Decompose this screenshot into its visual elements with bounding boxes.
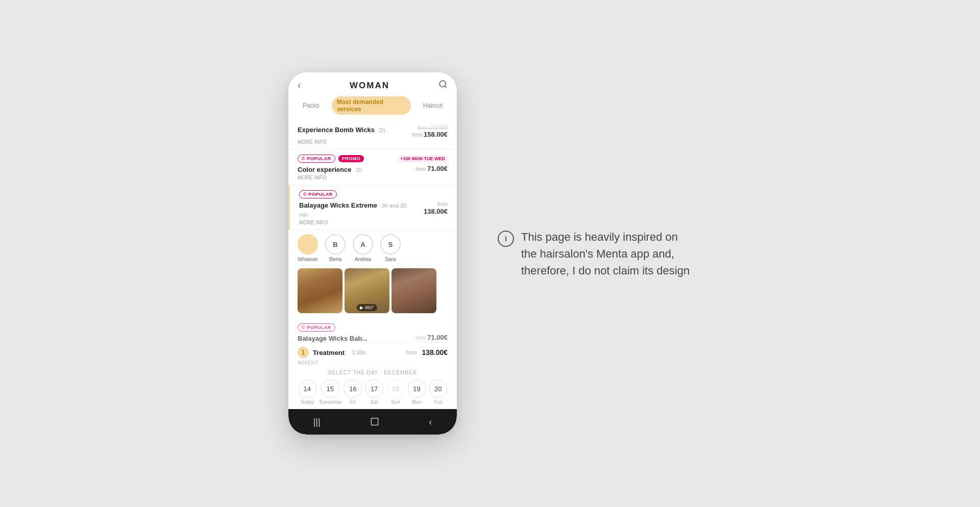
cal-day-name-19: Mon — [412, 399, 422, 405]
cal-day-15[interactable]: 15 Tomorrow — [319, 379, 341, 405]
scroll-area[interactable]: Experience Bomb Wicks 2h from 172.00€ fr… — [288, 120, 457, 342]
cal-day-name-17: Sat — [371, 399, 378, 405]
cal-day-num-16: 16 — [344, 379, 362, 398]
stylist-sara[interactable]: S Sara — [380, 234, 401, 262]
booking-treatment-row: 1 Treatment 3:30h from 138.00€ — [298, 347, 448, 358]
service-name-partial: Balayage Wicks Bab... — [298, 335, 368, 342]
cal-day-name-14: Today — [301, 399, 314, 405]
phone-content: ‹ WOMAN Packs Most demanded services Hai… — [288, 72, 457, 435]
service-name-bomb-wicks: Experience Bomb Wicks — [298, 126, 375, 134]
stylist-label-berta: Berta — [329, 257, 341, 262]
stylist-berta[interactable]: B Berta — [325, 234, 346, 262]
badge-promo-color: PROMO — [338, 155, 364, 162]
service-price-balayage: from 138.00€ — [413, 200, 448, 215]
nav-back-icon[interactable]: ‹ — [429, 417, 432, 427]
cal-day-name-20: Tue — [434, 399, 443, 405]
gallery-row[interactable]: ▶ 360° — [288, 265, 457, 318]
booking-panel: 1 Treatment 3:30h from 138.00€ WHEN? SEL… — [288, 342, 457, 409]
badge-popular-color: POPULAR — [298, 155, 335, 163]
tab-haircut[interactable]: Haircut — [418, 100, 448, 111]
page-title: WOMAN — [350, 81, 389, 91]
stylist-avatar-whoever — [298, 234, 318, 255]
cal-day-num-18: 18 — [386, 379, 405, 398]
bottom-nav: ||| ☐ ‹ — [288, 409, 457, 435]
search-icon[interactable] — [438, 80, 448, 91]
treatment-name: Treatment — [313, 349, 346, 357]
tab-most-demanded[interactable]: Most demanded services — [332, 96, 411, 115]
service-duration-color: 2h — [356, 167, 362, 173]
service-color-experience: POPULAR PROMO +10€ MON TUE WED Color exp… — [288, 149, 457, 185]
cal-day-num-14: 14 — [298, 379, 316, 398]
service-price-color: from 71.00€ — [415, 165, 448, 172]
badge-popular-balayage: POPULAR — [299, 190, 337, 198]
service-price-bomb-wicks: from 172.00€ from 158.00€ — [412, 125, 448, 138]
service-name-color: Color experience — [298, 166, 352, 173]
cal-day-num-15: 15 — [321, 379, 339, 398]
phone-mockup: ‹ WOMAN Packs Most demanded services Hai… — [288, 72, 457, 435]
service-price-partial: from 71.00€ — [415, 334, 448, 341]
gallery-thumb-1[interactable] — [298, 268, 342, 313]
tabs-row: Packs Most demanded services Haircut — [288, 94, 457, 120]
info-text-container: i This page is heavily inspired on the h… — [498, 229, 692, 279]
gallery-badge-360: ▶ 360° — [357, 304, 377, 311]
badges-balayage: POPULAR — [299, 190, 448, 198]
stylist-whoever[interactable]: Whoever — [298, 234, 318, 262]
treatment-from-label: from — [406, 350, 416, 356]
cal-day-num-17: 17 — [365, 379, 383, 398]
service-duration-bomb-wicks: 2h — [379, 127, 385, 133]
cal-day-name-18: Sun — [391, 399, 400, 405]
cal-day-16[interactable]: 16 Fri — [344, 379, 363, 405]
cal-day-name-15: Tomorrow — [319, 399, 341, 405]
cal-day-17[interactable]: 17 Sat — [364, 379, 384, 405]
when-label: WHEN? — [298, 360, 448, 366]
tab-packs[interactable]: Packs — [298, 100, 325, 111]
more-info-color[interactable]: MORE INFO — [298, 175, 448, 181]
select-day-label: SELECT THE DAY · DECEMBER — [298, 370, 448, 375]
back-button[interactable]: ‹ — [298, 80, 301, 91]
info-description: This page is heavily inspired on the hai… — [521, 229, 692, 279]
page-container: ‹ WOMAN Packs Most demanded services Hai… — [0, 52, 980, 455]
stylists-row: Whoever B Berta A Andrea S Sara — [288, 230, 457, 265]
gallery-thumb-3[interactable] — [391, 268, 436, 313]
app-header: ‹ WOMAN — [288, 72, 457, 94]
gallery-thumb-2[interactable]: ▶ 360° — [345, 268, 389, 313]
svg-point-0 — [439, 81, 446, 87]
service-bomb-wicks: Experience Bomb Wicks 2h from 172.00€ fr… — [288, 120, 457, 149]
cal-day-name-16: Fri — [350, 399, 356, 405]
more-info-bomb-wicks[interactable]: MORE INFO — [298, 139, 448, 145]
treatment-price: 138.00€ — [422, 348, 448, 357]
cal-day-num-19: 19 — [408, 379, 426, 398]
stylist-label-whoever: Whoever — [298, 257, 318, 262]
stylist-avatar-berta: B — [325, 234, 346, 255]
cal-day-14[interactable]: 14 Today — [298, 379, 317, 405]
nav-home-icon[interactable]: ☐ — [370, 416, 379, 428]
service-partial: POPULAR Balayage Wicks Bab... from 71.00… — [288, 318, 457, 342]
cal-day-18: 18 Sun — [386, 379, 405, 405]
stylist-avatar-sara: S — [380, 234, 401, 255]
stylist-avatar-andrea: A — [353, 234, 373, 255]
service-name-balayage: Balayage Wicks Extreme — [299, 201, 377, 209]
cal-day-num-20: 20 — [429, 379, 447, 398]
cal-day-20[interactable]: 20 Tue — [428, 379, 448, 405]
service-balayage: POPULAR Balayage Wicks Extreme 3h and 30… — [288, 185, 457, 230]
treatment-duration: 3:30h — [352, 349, 366, 356]
stylist-label-sara: Sara — [385, 257, 396, 262]
calendar-row: 14 Today 15 Tomorrow 16 Fri 17 Sat — [298, 379, 448, 405]
stylist-label-andrea: Andrea — [355, 257, 371, 262]
cal-day-19[interactable]: 19 Mon — [407, 379, 427, 405]
more-info-balayage[interactable]: MORE INFO — [299, 220, 448, 225]
badge-popular-partial: POPULAR — [298, 323, 335, 332]
treatment-number: 1 — [298, 347, 309, 358]
badges-color-experience: POPULAR PROMO +10€ MON TUE WED — [298, 155, 448, 163]
stylist-andrea[interactable]: A Andrea — [353, 234, 373, 262]
promo-days-color: +10€ MON TUE WED — [398, 155, 448, 162]
nav-menu-icon[interactable]: ||| — [313, 417, 321, 427]
info-icon: i — [498, 231, 514, 247]
info-panel: i This page is heavily inspired on the h… — [498, 229, 692, 279]
